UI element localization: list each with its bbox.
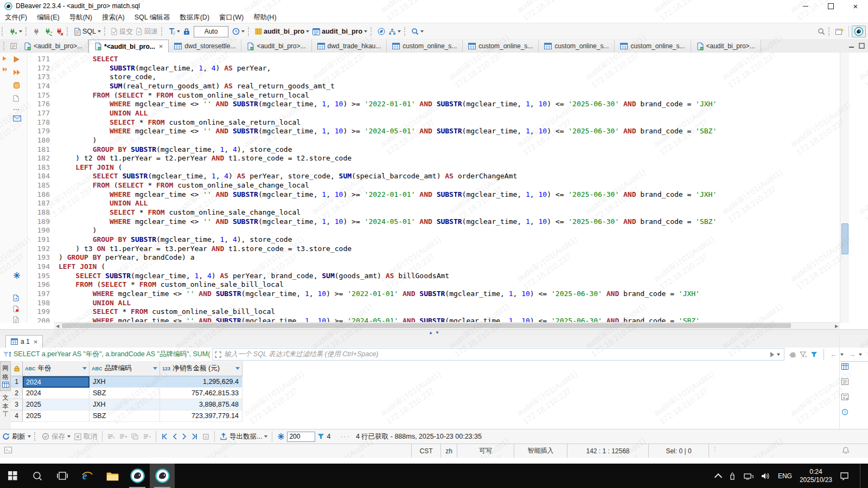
status-segment-0[interactable]: CST — [411, 444, 441, 458]
editor-tab-2[interactable]: dwd_storesettle... — [169, 40, 241, 53]
editor-tab-6[interactable]: custom_online_s... — [463, 40, 539, 53]
grid-cell[interactable]: 1,295,629.4 — [160, 376, 242, 388]
cluster-dropdown[interactable] — [398, 30, 401, 33]
save-dropdown[interactable] — [67, 435, 71, 438]
menu-item-6[interactable]: 窗口(W) — [214, 13, 248, 22]
next-page-button[interactable] — [180, 431, 189, 442]
task-view-button[interactable] — [50, 464, 75, 488]
horizontal-scroll-thumb[interactable] — [62, 323, 791, 328]
scroll-left-icon[interactable]: ◀ — [54, 323, 61, 329]
search-button[interactable] — [410, 25, 420, 38]
splitter-down-icon[interactable]: ▼ — [435, 331, 439, 335]
splitter-up-icon[interactable]: ▲ — [429, 331, 433, 335]
open-view-button[interactable] — [834, 25, 846, 38]
cancel-button[interactable]: 取消 — [72, 431, 99, 442]
row-number[interactable]: 2 — [11, 388, 23, 399]
filter-rows-icon[interactable] — [315, 431, 327, 442]
menu-item-0[interactable]: 文件(F) — [0, 13, 32, 22]
close-button[interactable]: × — [843, 0, 868, 12]
column-header-1[interactable]: ABC品牌编码 — [90, 361, 160, 376]
usb-tray-icon[interactable] — [729, 472, 736, 480]
grid-cell[interactable]: 2025 — [23, 410, 90, 422]
delete-row-icon[interactable] — [141, 431, 153, 442]
panel-calc-icon[interactable] — [841, 394, 848, 400]
volume-tray-icon[interactable] — [761, 472, 770, 480]
commit-button[interactable]: 提交 — [110, 25, 135, 38]
grid-cell[interactable]: JXH — [90, 376, 160, 388]
grid-cell[interactable]: SBZ — [90, 388, 160, 399]
result-grid[interactable]: ABC年份ABC品牌编码123净销售金额 (元)12024JXH1,295,62… — [11, 361, 840, 429]
grid-cell[interactable]: 757,462,815.33 — [160, 388, 242, 399]
sql-editor-dropdown[interactable] — [98, 30, 101, 33]
new-sql-editor-button[interactable]: SQL — [72, 25, 98, 38]
presentation-tab-grid[interactable]: 网格 — [0, 361, 11, 391]
editor-tab-9[interactable]: <audit_bi_pro>... — [691, 40, 761, 53]
menu-item-1[interactable]: 编辑(E) — [32, 13, 65, 22]
editor-tab-0[interactable]: <audit_bi_pro>... — [18, 40, 88, 53]
sort-dropdown-icon[interactable] — [82, 367, 87, 370]
row-number-header[interactable] — [11, 361, 23, 376]
output-file-icon[interactable] — [13, 294, 19, 301]
new-connection-dropdown[interactable] — [19, 30, 22, 33]
refresh-dropdown[interactable] — [28, 435, 31, 438]
last-page-button[interactable] — [189, 431, 200, 442]
menu-item-3[interactable]: 搜索(A) — [97, 13, 130, 22]
scroll-right-icon[interactable]: ▶ — [833, 323, 840, 329]
execute-script-icon[interactable] — [13, 69, 21, 76]
dashboard-button[interactable] — [376, 25, 387, 38]
panel-metadata-icon[interactable] — [841, 409, 848, 415]
mail-results-icon[interactable] — [13, 115, 21, 121]
close-results-icon[interactable]: × — [34, 338, 38, 346]
editor-tab-8[interactable]: custom_online_s... — [615, 40, 691, 53]
status-segment-2[interactable]: 可写 — [457, 444, 514, 458]
editor-horizontal-scrollbar[interactable]: ◀ ▶ — [54, 322, 840, 329]
export-data-button[interactable]: 导出数据... — [218, 431, 264, 442]
column-header-2[interactable]: 123净销售金额 (元) — [160, 361, 242, 376]
editor-settings-icon[interactable] — [13, 272, 21, 279]
grid-cell[interactable]: SBZ — [90, 410, 160, 422]
editor-tab-4[interactable]: dwd_trade_hkau... — [312, 40, 387, 53]
menu-item-4[interactable]: SQL 编辑器 — [130, 13, 175, 22]
editor-vertical-scrollbar[interactable] — [840, 53, 849, 323]
grid-cell[interactable]: 2024 — [23, 376, 90, 388]
action-center-icon[interactable] — [840, 472, 849, 480]
taskbar-clock[interactable]: 0:24 2025/10/23 — [800, 468, 832, 484]
explain-plan-icon[interactable] — [13, 82, 20, 89]
duplicate-row-icon[interactable] — [129, 431, 141, 442]
grid-cell[interactable]: JXH — [90, 399, 160, 410]
start-button[interactable] — [0, 464, 25, 488]
filter-forward-dropdown[interactable] — [859, 354, 862, 356]
presentation-tab-text[interactable]: 文本 — [0, 391, 11, 420]
database-select[interactable]: audit_bi_pro — [253, 25, 306, 38]
dbeaver-perspective-button[interactable] — [852, 25, 866, 37]
filter-history-dropdown[interactable] — [777, 354, 780, 356]
export-dropdown[interactable] — [264, 435, 267, 438]
filter-input[interactable]: 输入一个 SQL 表达式来过滤结果 (使用 Ctrl+Space) — [212, 348, 784, 361]
fetch-size-input[interactable] — [287, 432, 315, 442]
transaction-log-dropdown[interactable] — [241, 30, 245, 33]
results-tab[interactable]: a 1 × — [5, 335, 43, 348]
search-dropdown[interactable] — [420, 30, 424, 33]
menu-item-2[interactable]: 导航(N) — [65, 13, 97, 22]
filter-back-icon[interactable]: ← — [830, 350, 837, 358]
editor-tab-5[interactable]: custom_online_s... — [387, 40, 463, 53]
toolbar-overflow-icon[interactable]: ··· — [340, 433, 350, 440]
language-indicator[interactable]: ENG — [778, 472, 792, 480]
taskbar-search-button[interactable] — [25, 464, 50, 488]
menu-item-7[interactable]: 帮助(H) — [248, 13, 281, 22]
rollback-button[interactable]: 回滚 — [135, 25, 159, 38]
apply-filter-icon[interactable] — [770, 352, 774, 357]
sql-editor[interactable]: ··· 171172173174175176177178179180181182… — [0, 53, 868, 329]
menu-item-5[interactable]: 数据库(D) — [175, 13, 214, 22]
fetch-all-icon[interactable] — [200, 431, 212, 442]
erase-filter-icon[interactable] — [789, 351, 796, 358]
schema-select[interactable]: audit_bi_pro — [311, 25, 364, 38]
sort-dropdown-icon[interactable] — [153, 367, 157, 370]
error-file-icon[interactable] — [13, 305, 19, 312]
tray-expand-icon[interactable] — [714, 473, 722, 480]
maximize-panel-icon[interactable] — [859, 43, 865, 49]
remove-filter-icon[interactable] — [800, 351, 807, 358]
autocommit-select[interactable]: Auto — [194, 26, 228, 37]
status-segment-4[interactable]: 142 : 1 : 12568 — [567, 444, 648, 458]
transaction-mode-button[interactable] — [167, 25, 177, 38]
